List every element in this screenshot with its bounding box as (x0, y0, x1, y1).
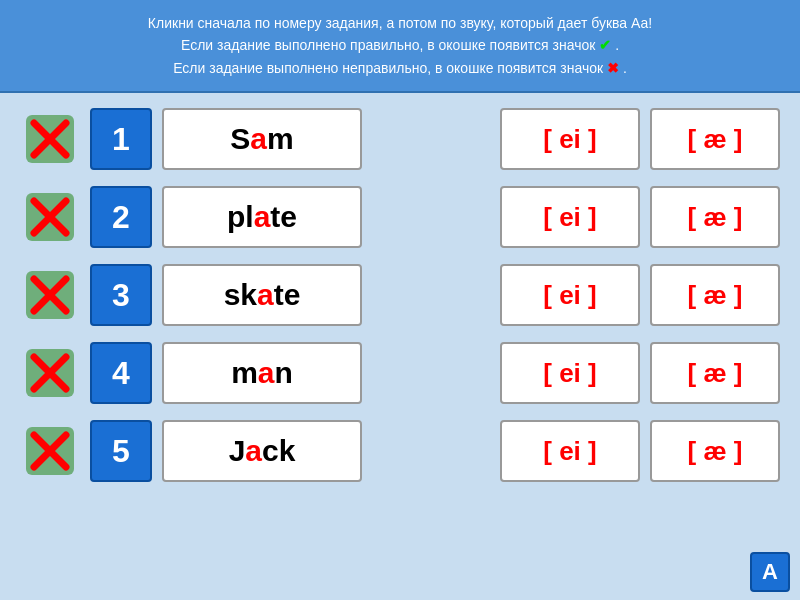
instruction-box: Кликни сначала по номеру задания, а пото… (0, 0, 800, 93)
cross-icon-instr: ✖ (607, 60, 623, 76)
number-3[interactable]: 3 (90, 264, 152, 326)
row-3: 3 skate [ ei ] [ æ ] (20, 259, 780, 331)
word-2[interactable]: plate (162, 186, 362, 248)
instruction-line1: Кликни сначала по номеру задания, а пото… (16, 12, 784, 34)
word-1[interactable]: Sam (162, 108, 362, 170)
number-1[interactable]: 1 (90, 108, 152, 170)
word-part-4b: a (258, 356, 275, 390)
sound2-1[interactable]: [ æ ] (650, 108, 780, 170)
word-part-3c: te (274, 278, 301, 312)
sound1-5[interactable]: [ ei ] (500, 420, 640, 482)
word-5[interactable]: Jack (162, 420, 362, 482)
word-part-1b: a (250, 122, 267, 156)
status-icon-5[interactable] (20, 420, 80, 482)
number-2[interactable]: 2 (90, 186, 152, 248)
main-area: 1 Sam [ ei ] [ æ ] 2 plate [ ei ] [ æ ] (0, 93, 800, 600)
status-icon-1[interactable] (20, 108, 80, 170)
instruction-line3: Если задание выполнено неправильно, в ок… (16, 57, 784, 79)
word-4[interactable]: man (162, 342, 362, 404)
word-part-1a: S (230, 122, 250, 156)
sound1-1[interactable]: [ ei ] (500, 108, 640, 170)
letter-a-button[interactable]: A (750, 552, 790, 592)
number-4[interactable]: 4 (90, 342, 152, 404)
row-1: 1 Sam [ ei ] [ æ ] (20, 103, 780, 175)
sound2-3[interactable]: [ æ ] (650, 264, 780, 326)
sound2-4[interactable]: [ æ ] (650, 342, 780, 404)
row-4: 4 man [ ei ] [ æ ] (20, 337, 780, 409)
word-part-4a: m (231, 356, 258, 390)
sound1-2[interactable]: [ ei ] (500, 186, 640, 248)
word-part-3b: a (257, 278, 274, 312)
word-part-5b: a (245, 434, 262, 468)
status-icon-3[interactable] (20, 264, 80, 326)
status-icon-4[interactable] (20, 342, 80, 404)
instruction-line2: Если задание выполнено правильно, в окош… (16, 34, 784, 56)
word-part-2c: te (270, 200, 297, 234)
sound2-5[interactable]: [ æ ] (650, 420, 780, 482)
word-part-5a: J (229, 434, 246, 468)
sound1-3[interactable]: [ ei ] (500, 264, 640, 326)
word-part-4c: n (275, 356, 293, 390)
word-part-5c: ck (262, 434, 295, 468)
word-3[interactable]: skate (162, 264, 362, 326)
row-5: 5 Jack [ ei ] [ æ ] (20, 415, 780, 487)
sound2-2[interactable]: [ æ ] (650, 186, 780, 248)
row-2: 2 plate [ ei ] [ æ ] (20, 181, 780, 253)
number-5[interactable]: 5 (90, 420, 152, 482)
sound1-4[interactable]: [ ei ] (500, 342, 640, 404)
word-part-2b: a (254, 200, 271, 234)
word-part-2a: pl (227, 200, 254, 234)
word-part-3a: sk (224, 278, 257, 312)
status-icon-2[interactable] (20, 186, 80, 248)
checkmark-icon: ✔ (599, 37, 615, 53)
word-part-1c: m (267, 122, 294, 156)
